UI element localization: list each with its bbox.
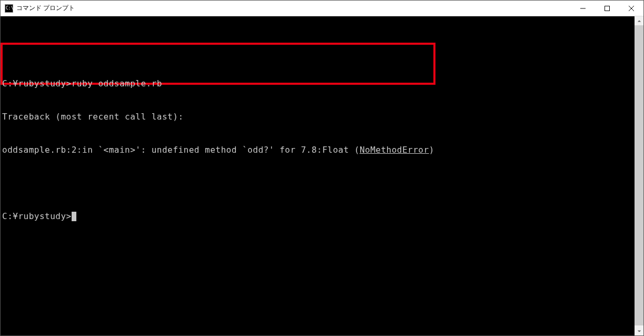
prompt-text: C:¥rubystudy> bbox=[2, 211, 72, 221]
window-frame: C:\ コマンド プロンプト C:¥rubystudy>ruby oddsamp… bbox=[0, 0, 644, 336]
traceback-text: Traceback (most recent call last): bbox=[2, 112, 184, 122]
terminal-line: oddsample.rb:2:in `<main>': undefined me… bbox=[2, 144, 635, 155]
minimize-button[interactable] bbox=[571, 1, 595, 16]
terminal-line: Traceback (most recent call last): bbox=[2, 111, 635, 122]
error-text-end: ) bbox=[429, 145, 434, 155]
svg-rect-4 bbox=[605, 6, 610, 11]
scroll-down-button[interactable] bbox=[635, 327, 643, 335]
scroll-up-button[interactable] bbox=[635, 16, 643, 25]
svg-text:C:\: C:\ bbox=[6, 6, 13, 11]
cmd-icon: C:\ bbox=[5, 4, 13, 13]
command-text: ruby oddsample.rb bbox=[72, 78, 162, 88]
vertical-scrollbar[interactable] bbox=[635, 16, 643, 335]
prompt-text: C:¥rubystudy> bbox=[2, 78, 72, 88]
scrollbar-thumb[interactable] bbox=[635, 25, 643, 325]
titlebar[interactable]: C:\ コマンド プロンプト bbox=[1, 1, 643, 16]
error-text: oddsample.rb:2:in `<main>': undefined me… bbox=[2, 145, 360, 155]
terminal-line: C:¥rubystudy>ruby oddsample.rb bbox=[2, 78, 635, 89]
cursor bbox=[72, 212, 76, 221]
terminal-line: C:¥rubystudy> bbox=[2, 211, 635, 222]
terminal-output[interactable]: C:¥rubystudy>ruby oddsample.rb Traceback… bbox=[1, 16, 635, 335]
terminal-blank-line bbox=[2, 177, 635, 189]
maximize-button[interactable] bbox=[595, 1, 619, 16]
window-title: コマンド プロンプト bbox=[16, 4, 571, 13]
error-class: NoMethodError bbox=[360, 145, 429, 155]
terminal-content: C:¥rubystudy>ruby oddsample.rb Traceback… bbox=[2, 51, 635, 244]
client-area: C:¥rubystudy>ruby oddsample.rb Traceback… bbox=[1, 16, 643, 335]
close-button[interactable] bbox=[619, 1, 643, 16]
window-controls bbox=[571, 1, 643, 16]
